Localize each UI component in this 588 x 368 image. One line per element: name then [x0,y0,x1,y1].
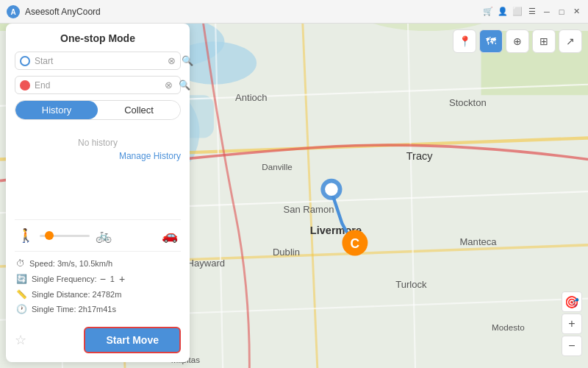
window-icon[interactable]: ⬜ [512,6,523,18]
svg-text:Turlock: Turlock [395,279,427,290]
svg-text:Manteca: Manteca [459,236,497,247]
freq-decrease-btn[interactable]: − [100,273,106,285]
speed-slider[interactable] [40,235,90,237]
time-icon: 🕐 [16,304,27,314]
maximize-button[interactable]: □ [556,6,567,18]
svg-text:Stockton: Stockton [449,97,487,108]
divider [15,219,181,220]
end-input[interactable] [53,80,163,91]
car-icon[interactable]: 🚗 [162,227,178,244]
bike-icon[interactable]: 🚲 [96,227,112,244]
time-text: Single Time: 2h17m41s [32,305,116,314]
bottom-row: ☆ Start Move [15,322,181,353]
user-icon[interactable]: 👤 [497,6,509,18]
distance-icon: 📏 [16,289,27,300]
tab-history[interactable]: History [15,101,98,119]
minimize-button[interactable]: ─ [541,6,553,18]
expand-ctrl[interactable]: ⊞ [532,29,556,53]
speed-icon: ⏱ [16,258,25,269]
start-move-button[interactable]: Start Move [84,327,181,353]
window-controls: 🛒 👤 ⬜ ☰ ─ □ ✕ [482,6,582,18]
start-dot [20,56,30,66]
location-pin-ctrl[interactable]: 📍 [453,29,476,53]
svg-text:Dublin: Dublin [273,247,300,258]
zoom-out-btn[interactable]: − [562,336,582,356]
end-clear-btn[interactable]: ⊗ [163,79,174,91]
app-logo: A [6,4,21,19]
svg-text:Hayward: Hayward [187,258,226,269]
start-input[interactable] [56,56,166,66]
tab-row: History Collect [15,100,181,120]
route-ctrl[interactable]: 🗺 [479,29,503,53]
time-info: 🕐 Single Time: 2h17m41s [15,304,181,314]
no-history-text: No history [78,138,118,148]
speed-text: Speed: 3m/s, 10.5km/h [29,259,112,268]
menu-icon[interactable]: ☰ [526,6,538,18]
current-location-btn[interactable]: 🎯 [562,291,582,312]
speed-info: ⏱ Speed: 3m/s, 10.5km/h [15,258,181,269]
manage-history-link[interactable]: Manage History [119,151,181,161]
map-controls-top: 📍 🗺 ⊕ ⊞ ↗ [453,29,582,53]
start-label: Start [35,56,53,66]
speed-slider-thumb [45,231,54,240]
transport-row: 🚶 🚲 🚗 [15,224,181,247]
walk-icon[interactable]: 🚶 [18,227,34,244]
map-controls-bottom: 🎯 + − [562,291,582,356]
star-button[interactable]: ☆ [15,332,26,348]
svg-text:San Ramon: San Ramon [283,204,334,215]
title-bar: A Aseesoft AnyCoord 🛒 👤 ⬜ ☰ ─ □ ✕ [0,0,588,24]
frequency-label: Single Frequency: [32,275,97,283]
svg-text:Modesto: Modesto [492,322,525,332]
start-clear-btn[interactable]: ⊗ [166,55,177,66]
start-search-btn[interactable]: 🔍 [180,55,195,66]
svg-text:Tracy: Tracy [406,150,434,162]
frequency-info: 🔄 Single Frequency: − 1 + [15,273,181,285]
frequency-value: 1 [110,275,115,283]
end-search-btn[interactable]: 🔍 [177,79,192,91]
cart-icon[interactable]: 🛒 [482,6,494,18]
svg-point-40 [325,183,337,196]
distance-text: Single Distance: 24782m [32,290,121,299]
svg-text:Antioch: Antioch [235,92,268,103]
export-ctrl[interactable]: ↗ [559,29,582,53]
start-input-row[interactable]: Start ⊗ 🔍 [15,52,181,70]
end-dot [20,80,30,91]
svg-point-43 [22,82,28,88]
distance-info: 📏 Single Distance: 24782m [15,289,181,300]
frequency-icon: 🔄 [16,274,27,284]
freq-increase-btn[interactable]: + [119,273,125,285]
panel-title: One-stop Mode [15,32,181,44]
waypoint-ctrl[interactable]: ⊕ [506,29,529,53]
side-panel: One-stop Mode Start ⊗ 🔍 End ⊗ 🔍 History … [6,24,190,362]
svg-text:A: A [10,8,15,16]
app-title: Aseesoft AnyCoord [25,7,482,17]
end-input-row[interactable]: End ⊗ 🔍 [15,76,181,94]
svg-text:C: C [351,236,360,251]
zoom-in-btn[interactable]: + [562,314,582,334]
tab-collect[interactable]: Collect [98,101,180,119]
end-label: End [35,80,50,91]
history-area: No history Manage History [15,126,181,215]
close-button[interactable]: ✕ [570,6,582,18]
svg-text:Danville: Danville [262,162,292,171]
divider2 [15,251,181,252]
